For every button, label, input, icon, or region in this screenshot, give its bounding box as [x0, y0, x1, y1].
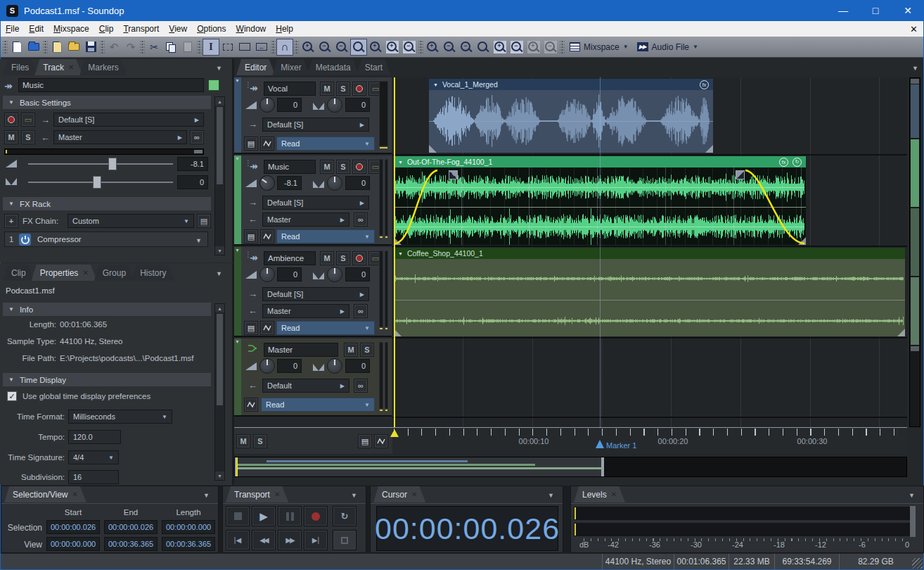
record-arm-button[interactable] [352, 82, 366, 96]
stop-button[interactable] [226, 506, 250, 526]
resize-grip[interactable] [912, 558, 923, 569]
output-route-dropdown[interactable]: Default [S]▶ [262, 196, 369, 210]
solo-button[interactable]: S [21, 130, 35, 144]
clip-header[interactable]: ▼ Coffee_Shop_44100_1 [394, 248, 905, 259]
fx-chain-dropdown[interactable]: Custom▼ [68, 214, 194, 228]
zoom-in-v-button[interactable]: + [367, 39, 384, 56]
sync-link-button[interactable]: ∞ [354, 379, 368, 393]
split-tool[interactable] [236, 39, 253, 56]
solo-all-button[interactable]: S [253, 434, 267, 448]
info-header[interactable]: ▼ Info [3, 303, 211, 316]
tab-close-icon[interactable]: ✕ [68, 63, 74, 71]
volume-knob[interactable] [259, 358, 275, 374]
output-route-dropdown[interactable]: Default [S]▶ [53, 113, 204, 127]
volume-value[interactable]: -8.1 [277, 176, 302, 190]
maximize-button[interactable]: □ [859, 0, 892, 21]
zoom-disabled-1-button[interactable]: + [525, 39, 542, 56]
zoom-out-left-button[interactable]: − [441, 39, 458, 56]
project-overview-bar[interactable] [234, 457, 907, 477]
panel-menu-icon[interactable]: ▼ [912, 65, 918, 72]
tab-properties[interactable]: Properties✕ [32, 265, 97, 281]
monitor-button[interactable]: ▭ [21, 113, 35, 127]
minimize-button[interactable]: — [827, 0, 859, 21]
fx-slot-row[interactable]: 1 Compressor ▼ [4, 232, 208, 247]
save-button[interactable] [82, 39, 99, 56]
trim-tool[interactable]: ← [253, 39, 270, 56]
pan-slider-handle[interactable] [93, 176, 101, 189]
volume-slider-handle[interactable] [108, 158, 117, 170]
fx-rack-header[interactable]: ▼ FX Rack [3, 197, 211, 210]
clip-header[interactable]: ▼ Vocal_1_Merged fx [429, 79, 713, 90]
open-mixspace-button[interactable] [25, 39, 42, 56]
fx-power-button[interactable] [19, 234, 31, 246]
add-fx-button[interactable]: + [4, 214, 18, 228]
zoom-selection-button[interactable]: + [384, 39, 401, 56]
zoom-sel-out-button[interactable]: − [508, 39, 525, 56]
new-audio-file-button[interactable] [49, 39, 65, 56]
pan-value[interactable]: 0 [345, 267, 370, 281]
menu-clip[interactable]: Clip [94, 24, 119, 34]
clip-fx-icon[interactable]: fx [779, 158, 788, 167]
solo-button[interactable]: S [336, 160, 350, 174]
view-end-input[interactable]: 00:00:36.365 [104, 537, 158, 551]
pan-knob[interactable] [327, 175, 342, 191]
menu-options[interactable]: Options [192, 24, 231, 34]
cut-button[interactable]: ✂ [146, 39, 162, 56]
tab-cursor[interactable]: Cursor✕ [373, 486, 425, 502]
track-header-music[interactable]: ▼ ⋮ ↠ Music M S ▭ -8.1 0 → Default [S]▶ … [234, 156, 392, 246]
volume-value[interactable]: 0 [277, 267, 302, 281]
menu-transport[interactable]: Transport [118, 24, 164, 34]
record-arm-button[interactable] [352, 251, 366, 265]
global-time-checkbox[interactable]: ✓ [7, 391, 17, 401]
menu-edit[interactable]: Edit [24, 24, 49, 34]
track-header-vocal[interactable]: ▼ ⋮ ↠ Vocal M S ▭ 0 0 → Default [S]▶ ▤ R… [234, 77, 392, 154]
record-arm-button[interactable] [352, 160, 366, 174]
fx-slot-dropdown-icon[interactable]: ▼ [195, 237, 202, 244]
undo-button[interactable]: ↶ [105, 39, 122, 56]
snap-toggle[interactable]: ∩ [276, 39, 293, 56]
zoom-sel-in-button[interactable]: + [492, 39, 508, 56]
input-route-dropdown[interactable]: Master▶ [262, 304, 349, 318]
solo-button[interactable]: S [336, 251, 350, 265]
mixspace-dropdown[interactable]: Mixspace ▼ [565, 42, 633, 52]
meter-handle[interactable] [910, 506, 916, 537]
automation-icon[interactable] [244, 398, 258, 412]
tab-close-icon[interactable]: ✕ [411, 490, 417, 498]
tab-clip[interactable]: Clip [3, 265, 34, 281]
tab-transport[interactable]: Transport✕ [226, 486, 288, 502]
automation-mode-dropdown[interactable]: Read▼ [276, 137, 375, 151]
mute-button[interactable]: M [344, 343, 358, 357]
clip-loop-icon[interactable]: ↻ [793, 158, 802, 167]
track-name-input[interactable]: Master [264, 343, 338, 357]
mute-button[interactable]: M [320, 160, 334, 174]
document-close-icon[interactable]: ✕ [910, 24, 918, 34]
zoom-full-button[interactable]: − [333, 39, 350, 56]
copy-button[interactable] [162, 39, 179, 56]
playhead-marker-icon[interactable] [390, 429, 399, 437]
loop-button[interactable]: ↻ [333, 506, 357, 526]
volume-value[interactable]: 0 [277, 359, 302, 373]
tab-close-icon[interactable]: ✕ [611, 490, 617, 498]
clip-ambience[interactable]: ▼ Coffee_Shop_44100_1 [394, 248, 905, 336]
automation-mode-dropdown[interactable]: Read▼ [261, 398, 375, 412]
basic-settings-header[interactable]: ▼ Basic Settings [3, 96, 211, 109]
clip-corner-handle[interactable] [897, 329, 905, 336]
timeline-ruler[interactable]: 00:00:10 00:00:20 00:00:30 Marker 1 [392, 427, 907, 454]
tab-mixer[interactable]: Mixer [272, 59, 309, 75]
pan-value[interactable]: 0 [345, 359, 370, 373]
panel-menu-icon[interactable]: ▼ [216, 65, 222, 72]
lanes-icon[interactable]: ▤ [358, 434, 372, 448]
scroll-up-icon[interactable]: ▲ [215, 304, 224, 312]
volume-knob[interactable] [257, 172, 278, 194]
input-route-dropdown[interactable]: Master▶ [262, 213, 349, 227]
play-button[interactable]: ▶ [252, 506, 276, 526]
view-length-input[interactable]: 00:00:36.365 [162, 537, 215, 551]
rewind-button[interactable]: ◀◀ [252, 530, 276, 550]
volume-value[interactable]: 0 [277, 98, 302, 112]
stop-at-end-button[interactable] [333, 530, 357, 550]
tab-track[interactable]: Track✕ [34, 59, 82, 75]
panel-menu-icon[interactable]: ▼ [909, 492, 915, 499]
playhead-line[interactable] [394, 77, 395, 427]
time-display-header[interactable]: ▼ Time Display [3, 373, 211, 386]
tab-start[interactable]: Start [357, 59, 391, 75]
